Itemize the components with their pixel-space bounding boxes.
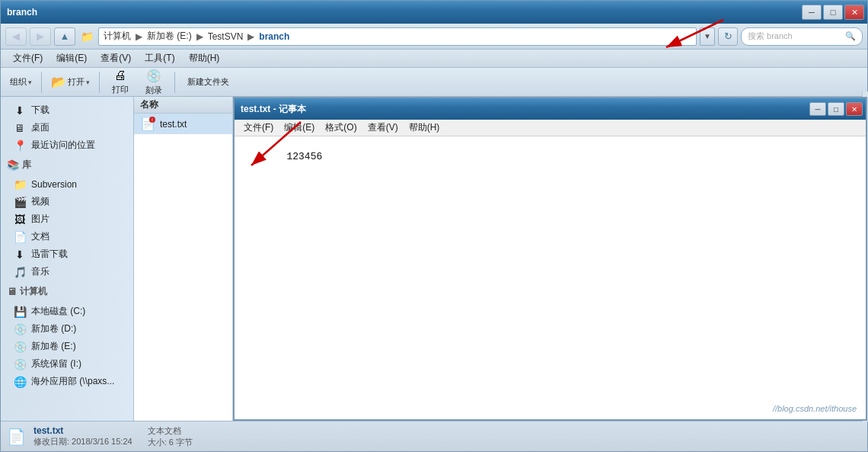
sidebar-item-picture[interactable]: 🖼 图片 [1,210,133,228]
notepad-content[interactable]: 123456 [235,136,866,419]
explorer-window: branch ─ □ ✕ ◀ ▶ ▲ 📁 计算机 ▶ 新加卷 (E:) ▶ Te… [0,0,868,452]
np-menu-file[interactable]: 文件(F) [239,120,278,135]
toolbar: 组织 ▾ 📂 打开 ▾ 🖨 打印 💿 刻录 新建文件夹 [1,68,867,97]
address-bar: ◀ ▶ ▲ 📁 计算机 ▶ 新加卷 (E:) ▶ TestSVN ▶ branc… [1,24,867,50]
path-branch: branch [259,31,289,42]
np-menu-format[interactable]: 格式(O) [321,120,361,135]
address-path[interactable]: 计算机 ▶ 新加卷 (E:) ▶ TestSVN ▶ branch [98,27,697,46]
sidebar-item-thunder[interactable]: ⬇ 迅雷下载 [1,245,133,263]
main-area: ⬇ 下载 🖥 桌面 📍 最近访问的位置 📚 库 📁 S [1,97,867,421]
sidebar-item-video[interactable]: 🎬 视频 [1,193,133,210]
title-bar: branch ─ □ ✕ [1,1,867,24]
sidebar-item-desktop[interactable]: 🖥 桌面 [1,119,133,136]
folder-icon: 📁 [78,28,95,45]
drive-d-icon: 💿 [13,323,27,335]
notepad-close[interactable]: ✕ [846,102,863,116]
computer-header: 🖥 计算机 [1,282,133,301]
video-icon: 🎬 [13,196,27,208]
sidebar-item-download[interactable]: ⬇ 下载 [1,101,133,119]
notepad-menu-bar: 文件(F) 编辑(E) 格式(O) 查看(V) 帮助(H) [235,120,866,136]
up-button[interactable]: ▲ [54,27,75,46]
sidebar-item-drive-c[interactable]: 💾 本地磁盘 (C:) [1,303,133,320]
new-folder-button[interactable]: 新建文件夹 [181,75,235,89]
drives-section: 💾 本地磁盘 (C:) 💿 新加卷 (D:) 💿 新加卷 (E:) 💿 系统保留… [1,301,133,392]
address-dropdown[interactable]: ▼ [700,27,715,46]
notepad-window: test.txt - 记事本 ─ □ ✕ 文件(F) 编辑(E) 格式(O) 查… [233,97,867,421]
close-button[interactable]: ✕ [844,5,864,20]
menu-help[interactable]: 帮助(H) [183,50,226,66]
np-menu-edit[interactable]: 编辑(E) [279,120,319,135]
menu-file[interactable]: 文件(F) [7,50,49,66]
print-button[interactable]: 🖨 打印 [106,67,135,97]
search-box[interactable]: 搜索 branch 🔍 [741,27,863,46]
open-button[interactable]: 📂 打开 ▾ [48,73,93,91]
sidebar-item-drive-d[interactable]: 💿 新加卷 (D:) [1,320,133,338]
open-arrow-icon: ▾ [86,79,90,86]
network-icon: 🌐 [13,376,27,388]
organize-button[interactable]: 组织 ▾ [7,75,35,89]
sidebar-item-drive-e[interactable]: 💿 新加卷 (E:) [1,338,133,355]
drive-i-icon: 💿 [13,358,27,370]
notepad-minimize[interactable]: ─ [809,102,826,116]
np-menu-help[interactable]: 帮助(H) [404,120,445,135]
notepad-title-bar: test.txt - 记事本 ─ □ ✕ [235,98,866,120]
status-detail1: 修改日期: 2018/3/16 15:24 [34,436,132,447]
download-icon: ⬇ [13,104,27,117]
picture-icon: 🖼 [13,213,27,226]
status-info-2: 文本文档 大小: 6 字节 [148,425,193,448]
watermark: //blog.csdn.net/ithouse [773,404,857,413]
notepad-title: test.txt - 记事本 [241,103,306,116]
file-list-panel: 名称 📄! test.txt [134,97,233,421]
path-computer: 计算机 [104,30,131,43]
notepad-maximize[interactable]: □ [828,102,844,116]
drive-e-icon: 💿 [13,341,27,353]
menu-bar: 文件(F) 编辑(E) 查看(V) 工具(T) 帮助(H) [1,50,867,68]
status-detail2: 文本文档 [148,425,193,437]
back-button[interactable]: ◀ [5,27,27,46]
status-info: test.txt 修改日期: 2018/3/16 15:24 [34,425,132,447]
file-item-test[interactable]: 📄! test.txt [134,114,232,134]
refresh-button[interactable]: ↻ [718,27,738,46]
sidebar-item-subversion[interactable]: 📁 Subversion [1,176,133,193]
maximize-button[interactable]: □ [823,5,843,20]
toolbar-separator-3 [174,72,175,93]
thunder-icon: ⬇ [13,248,27,261]
np-menu-view[interactable]: 查看(V) [363,120,403,135]
notepad-controls: ─ □ ✕ [809,102,863,116]
path-testsvn: TestSVN [208,31,244,42]
menu-edit[interactable]: 编辑(E) [50,50,93,66]
recent-icon: 📍 [13,139,27,152]
organize-arrow-icon: ▾ [28,79,32,86]
menu-view[interactable]: 查看(V) [94,50,137,66]
library-icon: 📚 [7,159,19,171]
sidebar-item-document[interactable]: 📄 文档 [1,228,133,245]
forward-button[interactable]: ▶ [30,27,51,46]
search-placeholder: 搜索 branch [748,30,793,42]
library-header: 📚 库 [1,155,133,175]
minimize-button[interactable]: ─ [802,5,822,20]
status-detail3: 大小: 6 字节 [148,437,193,448]
desktop-icon: 🖥 [13,122,27,134]
document-icon: 📄 [13,231,27,243]
window-title: branch [7,7,37,18]
toolbar-separator-2 [99,72,100,93]
favorites-section: ⬇ 下载 🖥 桌面 📍 最近访问的位置 [1,100,133,155]
toolbar-separator [41,72,42,93]
status-filename: test.txt [34,425,132,436]
computer-icon: 🖥 [7,286,17,297]
sidebar-item-music[interactable]: 🎵 音乐 [1,263,133,280]
drive-c-icon: 💾 [13,306,27,318]
window-controls: ─ □ ✕ [802,5,864,20]
menu-tools[interactable]: 工具(T) [139,50,180,66]
sidebar: ⬇ 下载 🖥 桌面 📍 最近访问的位置 📚 库 📁 S [1,97,134,421]
path-drive: 新加卷 (E:) [147,30,192,43]
burn-button[interactable]: 💿 刻录 [139,67,168,98]
sidebar-item-network[interactable]: 🌐 海外应用部 (\\paxs... [1,373,133,390]
sidebar-item-drive-i[interactable]: 💿 系统保留 (I:) [1,355,133,373]
status-bar: 📄 test.txt 修改日期: 2018/3/16 15:24 文本文档 大小… [1,421,867,451]
status-file-icon: 📄 [7,428,26,446]
music-icon: 🎵 [13,266,27,278]
sidebar-item-recent[interactable]: 📍 最近访问的位置 [1,136,133,154]
subversion-icon: 📁 [13,178,27,191]
file-item-label: test.txt [160,119,187,130]
